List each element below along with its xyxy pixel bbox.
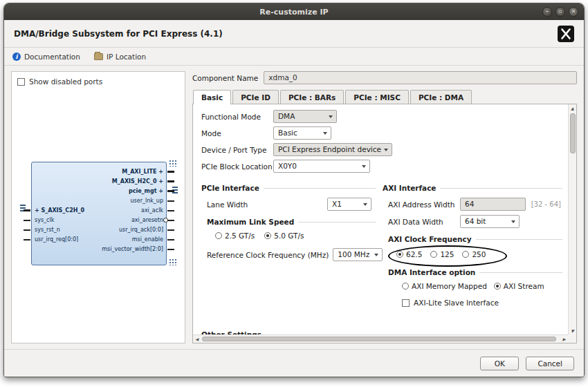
chevron-down-icon xyxy=(384,149,388,151)
close-button[interactable]: ✕ xyxy=(569,7,578,17)
titlebar[interactable]: Re-customize IP – ▫ ✕ xyxy=(4,3,584,20)
axi-address-width-hint: [32 - 64] xyxy=(531,200,562,208)
port-label: sys_rst_n xyxy=(35,227,60,233)
radio-5-0-gts[interactable]: 5.0 GT/s xyxy=(264,232,304,240)
maximize-button[interactable]: ▫ xyxy=(555,7,565,17)
ip-location-menu[interactable]: IP Location xyxy=(94,53,146,61)
chevron-down-icon xyxy=(511,220,515,223)
section-pcie-interface: PCIe Interface xyxy=(201,184,376,192)
block-port: user_lnk_up xyxy=(31,196,167,206)
section-title: AXI Clock Frequency xyxy=(388,235,472,243)
pin-icon xyxy=(24,209,30,211)
port-label: msi_vector_width[2:0] xyxy=(102,246,163,252)
component-name-input[interactable]: xdma_0 xyxy=(264,71,577,84)
horizontal-scroll-track[interactable] xyxy=(201,335,560,343)
port-label: usr_irq_req[0:0] xyxy=(35,236,78,243)
port-grid-decoration xyxy=(169,160,177,167)
port-label: user_lnk_up xyxy=(130,198,163,204)
tab-pcie-id[interactable]: PCIe ID xyxy=(232,90,279,104)
axi-data-width-select[interactable]: 64 bit xyxy=(460,215,520,228)
port-label: M_AXIS_H2C_0 + xyxy=(112,178,163,185)
pcie-block-location-select[interactable]: X0Y0 xyxy=(273,160,370,173)
axi-address-width-input[interactable]: 64 xyxy=(460,198,526,211)
tab-pcie-bars[interactable]: PCIe : BARs xyxy=(280,90,344,104)
radio-axi-stream[interactable]: AXI Stream xyxy=(494,282,544,290)
pin-icon xyxy=(167,210,174,211)
main-content: Show disabled ports M_AXI_LITE + M_AXIS_… xyxy=(4,66,584,349)
section-title: Maximum Link Speed xyxy=(207,218,294,226)
section-rule xyxy=(479,272,562,273)
dialog-toolbar: Documentation IP Location xyxy=(4,48,584,66)
radio-label: 2.5 GT/s xyxy=(225,232,255,240)
section-axi-clock-frequency: AXI Clock Frequency xyxy=(383,235,562,243)
tab-pcie-misc[interactable]: PCIe : MISC xyxy=(345,90,409,104)
radio-icon xyxy=(430,251,437,258)
config-tabs: Basic PCIe ID PCIe : BARs PCIe : MISC PC… xyxy=(192,90,577,104)
axi-data-width-row: AXI Data Width 64 bit xyxy=(383,215,562,228)
component-name-row: Component Name xdma_0 xyxy=(192,71,577,84)
radio-125[interactable]: 125 xyxy=(430,250,454,258)
port-label: M_AXI_LITE + xyxy=(122,169,163,175)
ref-clock-select[interactable]: 100 MHz xyxy=(333,248,383,261)
cancel-button[interactable]: Cancel xyxy=(526,357,574,370)
axi-lite-slave-checkbox[interactable]: AXI-Lite Slave Interface xyxy=(383,299,562,307)
tab-basic[interactable]: Basic xyxy=(193,90,231,104)
show-disabled-ports-label: Show disabled ports xyxy=(29,77,102,86)
horizontal-scroll-thumb[interactable] xyxy=(202,337,556,341)
radio-62-5[interactable]: 62.5 xyxy=(396,250,422,258)
block-port: M_AXI_LITE + xyxy=(31,167,167,177)
device-port-type-select[interactable]: PCI Express Endpoint device xyxy=(273,143,392,156)
scroll-down-arrow[interactable] xyxy=(569,327,576,334)
lane-width-select[interactable]: X1 xyxy=(327,198,371,211)
chevron-down-icon xyxy=(329,115,333,118)
pin-icon xyxy=(167,239,174,240)
section-max-link-speed: Maximum Link Speed xyxy=(201,218,376,226)
basic-tab-panel: Functional Mode DMA Mode Basic Device / … xyxy=(192,104,577,343)
chevron-down-icon xyxy=(323,132,327,135)
minimize-button[interactable]: – xyxy=(542,7,552,17)
mode-label: Mode xyxy=(201,129,270,138)
vertical-scroll-thumb[interactable] xyxy=(570,113,576,153)
port-grid-decoration xyxy=(169,258,177,265)
select-value: X0Y0 xyxy=(278,162,297,170)
horizontal-scrollbar[interactable] xyxy=(193,334,568,343)
vertical-scrollbar[interactable] xyxy=(568,104,576,334)
tab-scroll-area: Functional Mode DMA Mode Basic Device / … xyxy=(193,104,568,334)
documentation-menu[interactable]: Documentation xyxy=(12,53,80,61)
radio-label: 250 xyxy=(472,250,486,258)
scroll-up-arrow[interactable] xyxy=(569,104,576,112)
pin-icon xyxy=(24,220,30,221)
section-rule xyxy=(264,188,376,189)
ok-button[interactable]: OK xyxy=(480,357,519,370)
block-port: pcie_mgt + xyxy=(31,187,167,196)
select-value: PCI Express Endpoint device xyxy=(278,145,381,153)
section-rule xyxy=(476,239,562,240)
radio-axi-memory-mapped[interactable]: AXI Memory Mapped xyxy=(402,282,487,290)
functional-mode-label: Functional Mode xyxy=(201,113,270,121)
section-axi-interface: AXI Interface xyxy=(383,184,562,192)
radio-label: AXI Stream xyxy=(504,282,544,290)
pcie-interface-column: PCIe Interface Lane Width X1 Maximum Lin… xyxy=(201,177,376,265)
scroll-right-arrow[interactable] xyxy=(560,335,568,343)
scroll-left-arrow[interactable] xyxy=(193,335,201,343)
tab-pcie-dma[interactable]: PCIe : DMA xyxy=(410,90,472,104)
two-column-area: PCIe Interface Lane Width X1 Maximum Lin… xyxy=(201,177,562,307)
radio-label: 5.0 GT/s xyxy=(274,232,304,240)
block-port: M_AXIS_H2C_0 + xyxy=(31,177,167,187)
radio-2-5-gts[interactable]: 2.5 GT/s xyxy=(215,232,255,240)
ref-clock-row: Reference Clock Frequency (MHz) 100 MHz xyxy=(201,248,376,261)
chevron-down-icon xyxy=(363,203,367,206)
select-value: 64 bit xyxy=(465,217,486,225)
axi-clock-freq-radio-group: 62.5 125 250 xyxy=(383,250,562,258)
radio-250[interactable]: 250 xyxy=(462,250,486,258)
section-rule xyxy=(440,188,562,189)
show-disabled-ports-checkbox[interactable]: Show disabled ports xyxy=(17,77,179,86)
lane-width-label: Lane Width xyxy=(207,200,248,209)
port-label: + S_AXIS_C2H_0 xyxy=(35,207,84,214)
top-fields: Functional Mode DMA Mode Basic Device / … xyxy=(201,110,562,173)
dialog-footer: OK Cancel xyxy=(4,349,584,377)
mode-select[interactable]: Basic xyxy=(273,126,331,140)
port-label: sys_clk xyxy=(35,217,54,223)
functional-mode-select[interactable]: DMA xyxy=(273,110,337,123)
pin-icon xyxy=(24,229,30,231)
